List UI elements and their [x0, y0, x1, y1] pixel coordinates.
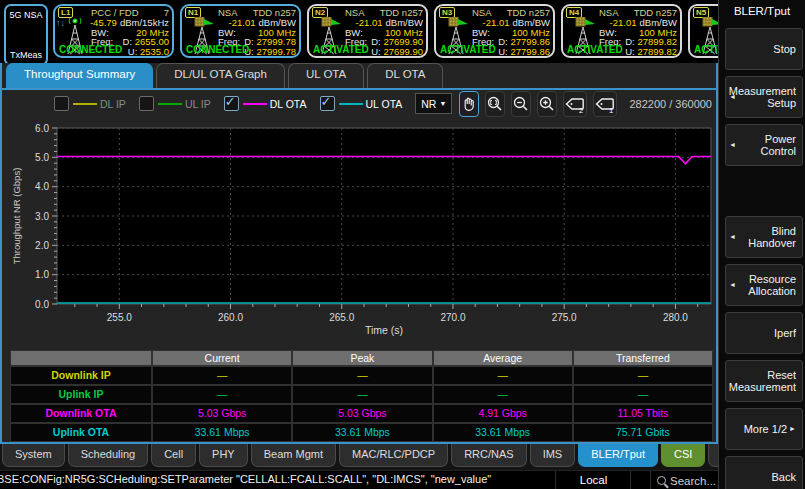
table-header: Transferred — [574, 351, 712, 365]
cell-status-card: N1 ↑↓ NSATDD n257 -21.01dBm/BW BW:100 MH… — [180, 4, 301, 58]
series-color-swatch — [73, 103, 97, 105]
table-row-label: Downlink OTA — [11, 405, 151, 422]
softkey-label: Back — [772, 471, 796, 484]
table-cell: 33.61 Mbps — [434, 424, 572, 441]
view-tab-label: Throughput Summary — [24, 68, 135, 80]
table-header: Current — [153, 351, 291, 365]
search-box[interactable]: Search... — [650, 471, 718, 489]
ul-freq-label: U: — [128, 46, 138, 57]
softkey-button[interactable]: ◄ Iperf ► — [725, 312, 803, 354]
config-tab[interactable]: BLER/Tput — [578, 444, 658, 467]
table-cell: 75.71 Gbits — [574, 424, 712, 441]
chevron-right-icon: ► — [789, 423, 796, 436]
ul-freq-value: 2535.0 — [140, 46, 169, 57]
throughput-panel: Throughput SummaryDL/UL OTA GraphUL OTAD… — [0, 63, 718, 444]
config-tab[interactable]: Scheduling — [68, 444, 148, 467]
table-cell: 33.61 Mbps — [293, 424, 431, 441]
svg-text:265.0: 265.0 — [329, 312, 354, 323]
series-checkbox[interactable] — [139, 96, 154, 111]
cell-status-bar: 5G NSA TxMeas L1 ↑↓ PCC / FDD7 -45.79dBm… — [0, 0, 718, 63]
view-tab[interactable]: DL/UL OTA Graph — [156, 63, 285, 88]
cell-status-text: ACTIVATED — [440, 44, 496, 55]
table-cell: — — [434, 386, 572, 403]
table-cell: 5.03 Gbps — [153, 405, 291, 422]
marker-1-button[interactable]: 1 — [593, 91, 617, 117]
config-tab-label: Scheduling — [81, 448, 135, 460]
zoom-out-icon — [512, 95, 530, 113]
config-tab-label: RRC/NAS — [464, 448, 514, 460]
chevron-left-icon: ◄ — [729, 279, 736, 292]
softkey-button[interactable]: ◄ Reset Measurement ► — [725, 360, 803, 402]
cell-status-card: N2 ↑↓ NSATDD n257 -21.01dBm/BW BW:100 MH… — [307, 4, 428, 58]
view-tab-label: DL/UL OTA Graph — [174, 68, 267, 80]
view-tab-label: DL OTA — [385, 68, 425, 80]
config-tab[interactable]: CSI — [661, 444, 705, 467]
config-tab[interactable]: RRC/NAS — [451, 444, 527, 467]
config-tab-label: BLER/Tput — [591, 448, 645, 460]
throughput-stats-table: CurrentPeakAverageTransferredDownlink IP… — [10, 350, 713, 442]
throughput-chart[interactable]: 255.0260.0265.0270.0275.0280.00.01.02.03… — [8, 118, 715, 348]
config-tab[interactable]: IMS — [530, 444, 576, 467]
table-cell: — — [293, 367, 431, 384]
rat-select[interactable]: NR ▼ — [415, 93, 452, 114]
zoom-fit-button[interactable] — [485, 91, 505, 117]
table-row-label: Uplink IP — [11, 386, 151, 403]
svg-text:280.0: 280.0 — [663, 312, 688, 323]
softkey-button[interactable]: ◄ Power Control ► — [725, 124, 803, 166]
scpi-command-text: BSE:CONFig:NR5G:SCHeduling:SETParameter … — [0, 473, 491, 485]
softkey-button[interactable]: ◄ Measurement Setup ► — [725, 76, 803, 118]
rat-select-value: NR — [421, 98, 436, 110]
ul-freq-label: U: — [371, 46, 381, 57]
series-checkbox[interactable] — [320, 96, 335, 111]
chevron-left-icon: ◄ — [729, 139, 736, 152]
legend-item: DL OTA — [224, 96, 307, 111]
svg-text:5.0: 5.0 — [35, 152, 49, 163]
series-checkbox[interactable] — [224, 96, 239, 111]
config-tab[interactable]: Beam Mgmt — [251, 444, 336, 467]
mode-box: 5G NSA TxMeas — [4, 4, 48, 63]
softkey-label: Power Control — [738, 133, 796, 158]
view-tab[interactable]: Throughput Summary — [6, 63, 153, 88]
view-tab[interactable]: UL OTA — [288, 63, 364, 88]
softkey-button[interactable]: ◄ Blind Handover ► — [725, 216, 803, 258]
table-row-label: Downlink IP — [11, 367, 151, 384]
svg-text:270.0: 270.0 — [440, 312, 465, 323]
softkey-button[interactable]: ◄ Resource Allocation ► — [725, 264, 803, 306]
config-tab-label: IMS — [543, 448, 563, 460]
zoom-out-button[interactable] — [511, 91, 531, 117]
chart-controls-row: DL IP UL IP DL OTA UL OTA NR ▼ — [2, 90, 712, 117]
marker-2-icon: 2 — [564, 95, 586, 113]
zoom-fit-icon — [486, 95, 504, 113]
softkey-button[interactable]: ◄ Stop ► — [725, 28, 803, 70]
series-checkbox[interactable] — [54, 96, 69, 111]
cell-status-card: N5 ↑↓ ACTIVATED — [688, 4, 718, 58]
local-remote-indicator[interactable]: Local — [555, 471, 631, 489]
softkey-label: Stop — [773, 43, 796, 56]
table-cell: 4.91 Gbps — [434, 405, 572, 422]
view-tab-label: UL OTA — [306, 68, 346, 80]
cell-status-text: ACTIVATED — [567, 44, 623, 55]
cell-status-text: ACTIVATED — [694, 44, 718, 55]
config-tab[interactable]: System — [2, 444, 65, 467]
softkey-button[interactable]: ◄ Back ► — [725, 456, 803, 489]
config-tab[interactable]: PHY — [199, 444, 248, 467]
view-tabs: Throughput SummaryDL/UL OTA GraphUL OTAD… — [2, 63, 716, 90]
cells-container: L1 ↑↓ PCC / FDD7 -45.79dBm/15kHz BW:20 M… — [53, 0, 718, 63]
table-cell: — — [153, 367, 291, 384]
svg-text:Time (s): Time (s) — [365, 324, 403, 336]
marker-2-button[interactable]: 2 — [563, 91, 587, 117]
pan-tool-button[interactable] — [459, 91, 479, 117]
cell-status-text: ACTIVATED — [313, 44, 369, 55]
series-color-swatch — [158, 103, 182, 105]
config-tab[interactable]: Cell — [151, 444, 196, 467]
zoom-in-button[interactable] — [537, 91, 557, 117]
ul-freq-value: 27999.78 — [256, 46, 296, 57]
softkey-button[interactable]: ◄ More 1/2 ► — [725, 408, 803, 450]
softkey-sidebar: BLER/Tput ◄ Stop ► ◄ Measurement Setup ►… — [718, 0, 805, 489]
config-tab-label: MAC/RLC/PDCP — [352, 448, 435, 460]
series-label: UL OTA — [366, 98, 403, 110]
legend-item: DL IP — [54, 96, 126, 111]
table-cell: 11.05 Tbits — [574, 405, 712, 422]
config-tab[interactable]: MAC/RLC/PDCP — [339, 444, 448, 467]
view-tab[interactable]: DL OTA — [367, 63, 443, 88]
